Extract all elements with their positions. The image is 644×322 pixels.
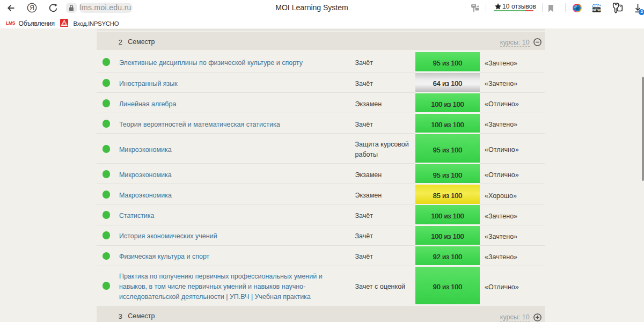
svg-text:Я: Я (30, 4, 34, 11)
svg-text:NEW: NEW (592, 8, 601, 12)
